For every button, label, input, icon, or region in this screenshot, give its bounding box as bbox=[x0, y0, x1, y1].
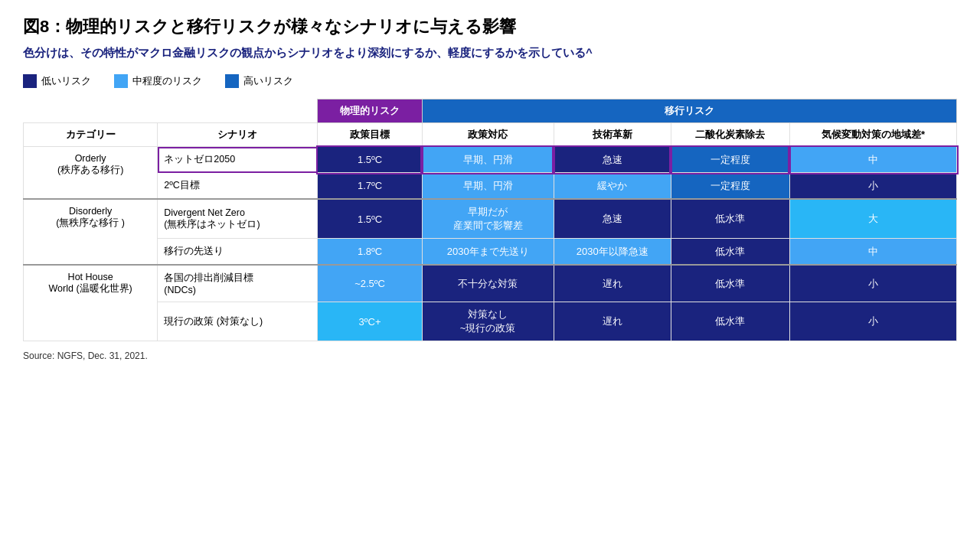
scenario-cell: 移行の先送り bbox=[158, 239, 318, 266]
policy-target-cell: 1.5ºC bbox=[318, 199, 422, 239]
policy-target-cell: ~2.5ºC bbox=[318, 265, 422, 302]
tech-cell: 緩やか bbox=[554, 173, 671, 200]
scenario-cell: Divergent Net Zero (無秩序はネットゼロ) bbox=[158, 199, 318, 239]
policy-target-cell: 1.8ºC bbox=[318, 239, 422, 266]
scenario-cell: 2ºC目標 bbox=[158, 173, 318, 200]
co2-cell: 一定程度 bbox=[671, 173, 789, 200]
policy-response-cell: 2030年まで先送り bbox=[422, 239, 554, 266]
regional-cell: 小 bbox=[789, 173, 956, 200]
legend-high-box bbox=[225, 74, 239, 88]
policy-response-cell: 早期、円滑 bbox=[422, 147, 554, 173]
co2-cell: 低水準 bbox=[671, 239, 789, 266]
page-title: 図8：物理的リスクと移行リスクが様々なシナリオに与える影響 bbox=[23, 15, 957, 38]
policy-response-cell: 早期だが 産業間で影響差 bbox=[422, 199, 554, 239]
regional-cell: 小 bbox=[789, 302, 956, 341]
legend-high-label: 高いリスク bbox=[243, 74, 293, 88]
tech-cell: 2030年以降急速 bbox=[554, 239, 671, 266]
th-co2: 二酸化炭素除去 bbox=[671, 123, 789, 147]
th-physical: 物理的リスク bbox=[318, 99, 422, 123]
table-row: Hot House World (温暖化世界)各国の排出削減目標 (NDCs)~… bbox=[24, 265, 957, 302]
scenario-cell: 各国の排出削減目標 (NDCs) bbox=[158, 265, 318, 302]
tech-cell: 遅れ bbox=[554, 265, 671, 302]
category-cell: Hot House World (温暖化世界) bbox=[24, 265, 158, 341]
risk-table: 物理的リスク 移行リスク カテゴリー シナリオ 政策目標 政策対応 技術革新 二… bbox=[23, 99, 957, 341]
tech-cell: 急速 bbox=[554, 199, 671, 239]
th-tech: 技術革新 bbox=[554, 123, 671, 147]
source-text: Source: NGFS, Dec. 31, 2021. bbox=[23, 350, 957, 361]
regional-cell: 大 bbox=[789, 199, 956, 239]
regional-cell: 中 bbox=[789, 239, 956, 266]
th-regional: 気候変動対策の地域差* bbox=[789, 123, 956, 147]
legend-low: 低いリスク bbox=[23, 74, 91, 88]
co2-cell: 低水準 bbox=[671, 199, 789, 239]
tech-cell: 急速 bbox=[554, 147, 671, 173]
table-row: 2ºC目標1.7ºC早期、円滑緩やか一定程度小 bbox=[24, 173, 957, 200]
legend-mid-box bbox=[114, 74, 128, 88]
co2-cell: 低水準 bbox=[671, 302, 789, 341]
policy-target-cell: 3ºC+ bbox=[318, 302, 422, 341]
policy-response-cell: 早期、円滑 bbox=[422, 173, 554, 200]
legend-low-label: 低いリスク bbox=[41, 74, 91, 88]
th-empty bbox=[24, 99, 318, 123]
regional-cell: 小 bbox=[789, 265, 956, 302]
co2-cell: 低水準 bbox=[671, 265, 789, 302]
policy-target-cell: 1.5ºC bbox=[318, 147, 422, 173]
th-scenario: シナリオ bbox=[158, 123, 318, 147]
table-row: Orderly (秩序ある移行)ネットゼロ20501.5ºC早期、円滑急速一定程… bbox=[24, 147, 957, 173]
legend-low-box bbox=[23, 74, 37, 88]
policy-target-cell: 1.7ºC bbox=[318, 173, 422, 200]
subtitle: 色分けは、その特性がマクロ金融リスクの観点からシナリオをより深刻にするか、軽度に… bbox=[23, 46, 957, 60]
legend-mid: 中程度のリスク bbox=[114, 74, 202, 88]
legend-high: 高いリスク bbox=[225, 74, 293, 88]
th-policy-response: 政策対応 bbox=[422, 123, 554, 147]
th-transition: 移行リスク bbox=[422, 99, 956, 123]
scenario-cell: 現行の政策 (対策なし) bbox=[158, 302, 318, 341]
th-policy-target: 政策目標 bbox=[318, 123, 422, 147]
co2-cell: 一定程度 bbox=[671, 147, 789, 173]
category-cell: Orderly (秩序ある移行) bbox=[24, 147, 158, 200]
table-row: 移行の先送り1.8ºC2030年まで先送り2030年以降急速低水準中 bbox=[24, 239, 957, 266]
policy-response-cell: 不十分な対策 bbox=[422, 265, 554, 302]
legend-mid-label: 中程度のリスク bbox=[132, 74, 202, 88]
regional-cell: 中 bbox=[789, 147, 956, 173]
th-category: カテゴリー bbox=[24, 123, 158, 147]
table-row: 現行の政策 (対策なし)3ºC+対策なし ~現行の政策遅れ低水準小 bbox=[24, 302, 957, 341]
category-cell: Disorderly (無秩序な移行 ) bbox=[24, 199, 158, 265]
tech-cell: 遅れ bbox=[554, 302, 671, 341]
scenario-cell: ネットゼロ2050 bbox=[158, 147, 318, 173]
policy-response-cell: 対策なし ~現行の政策 bbox=[422, 302, 554, 341]
legend: 低いリスク 中程度のリスク 高いリスク bbox=[23, 74, 957, 88]
table-row: Disorderly (無秩序な移行 )Divergent Net Zero (… bbox=[24, 199, 957, 239]
